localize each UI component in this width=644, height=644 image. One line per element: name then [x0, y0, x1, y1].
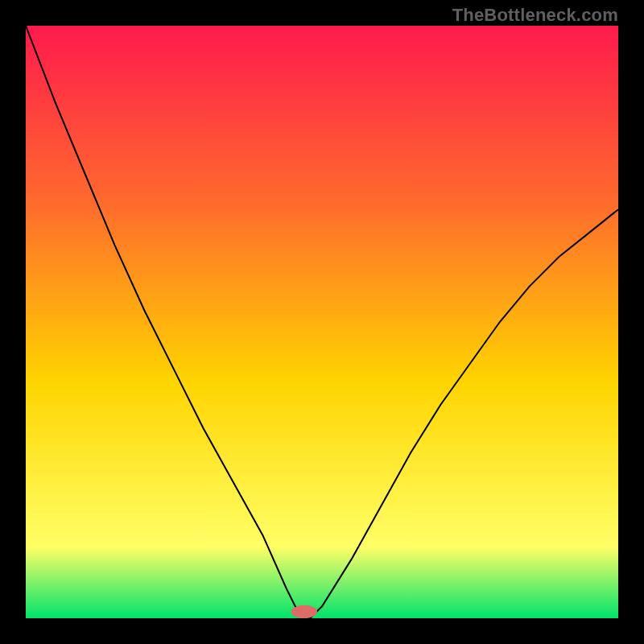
- plot-area: [26, 26, 618, 618]
- gradient-background: [26, 26, 618, 618]
- optimum-marker: [291, 605, 317, 618]
- chart-frame: TheBottleneck.com: [0, 0, 644, 644]
- chart-svg: [26, 26, 618, 618]
- watermark-label: TheBottleneck.com: [452, 5, 618, 26]
